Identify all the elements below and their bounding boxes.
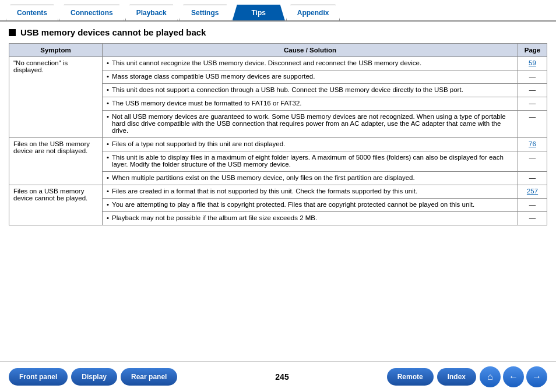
bullet-icon: • (107, 140, 109, 147)
rear-panel-button[interactable]: Rear panel (121, 368, 177, 386)
tab-settings[interactable]: Settings (179, 5, 231, 20)
cause-text: Not all USB memory devices are guarantee… (112, 113, 513, 134)
col-header-cause: Cause / Solution (103, 44, 518, 57)
table-cause-0-4: •Not all USB memory devices are guarante… (103, 111, 518, 138)
tab-contents[interactable]: Contents (6, 5, 58, 20)
home-icon-button[interactable]: ⌂ (480, 366, 501, 387)
bullet-icon: • (107, 59, 109, 66)
table-page-2-1: — (518, 199, 547, 212)
footer-right-buttons: Remote Index ⌂ ← → (387, 366, 547, 387)
section-title: USB memory devices cannot be played back (9, 27, 547, 37)
footer: Front panel Display Rear panel 245 Remot… (0, 361, 556, 392)
footer-center: 245 (275, 372, 288, 382)
table-symptom-2: Files on a USB memory device cannot be p… (9, 185, 103, 225)
cause-text: Files of a type not supported by this un… (112, 140, 285, 147)
cause-text: Mass storage class compatible USB memory… (112, 73, 315, 80)
cause-text: This unit does not support a connection … (112, 86, 463, 93)
bullet-icon: • (107, 73, 109, 80)
table-page-0-3: — (518, 97, 547, 111)
table-page-0-4: — (518, 111, 547, 138)
nav-tabs: Contents Connections Playback Settings T… (0, 0, 556, 20)
table-cause-1-0: •Files of a type not supported by this u… (103, 138, 518, 151)
table-symptom-0: "No connection" is displayed. (9, 57, 103, 138)
cause-text: Playback may not be possible if the albu… (112, 214, 317, 221)
col-header-symptom: Symptom (9, 44, 103, 57)
table-cause-1-1: •This unit is able to display files in a… (103, 151, 518, 172)
page-link[interactable]: 59 (529, 59, 536, 66)
table-cause-1-2: •When multiple partitions exist on the U… (103, 172, 518, 185)
cause-text: This unit is able to display files in a … (112, 154, 513, 168)
page-number: 245 (275, 372, 288, 382)
bullet-icon: • (107, 174, 109, 181)
table-cause-2-0: •Files are created in a format that is n… (103, 185, 518, 199)
cause-text: When multiple partitions exist on the US… (112, 174, 415, 181)
bullet-icon: • (107, 201, 109, 208)
table-page-2-0: 257 (518, 185, 547, 199)
cause-text: The USB memory device must be formatted … (112, 100, 302, 107)
section-title-text: USB memory devices cannot be played back (20, 27, 206, 37)
table-cause-0-3: •The USB memory device must be formatted… (103, 97, 518, 111)
tab-connections[interactable]: Connections (59, 5, 124, 20)
table-page-1-1: — (518, 151, 547, 172)
forward-icon-button[interactable]: → (526, 366, 547, 387)
bullet-icon: • (107, 86, 109, 93)
table-symptom-1: Files on the USB memory device are not d… (9, 138, 103, 185)
table-page-1-2: — (518, 172, 547, 185)
table-cause-0-0: •This unit cannot recognize the USB memo… (103, 57, 518, 70)
tab-tips[interactable]: Tips (233, 5, 285, 20)
table-cause-0-1: •Mass storage class compatible USB memor… (103, 70, 518, 84)
front-panel-button[interactable]: Front panel (9, 368, 68, 386)
table-page-1-0: 76 (518, 138, 547, 151)
usb-table: Symptom Cause / Solution Page "No connec… (9, 43, 547, 225)
table-page-2-2: — (518, 212, 547, 225)
page-link[interactable]: 257 (527, 188, 538, 195)
remote-button[interactable]: Remote (387, 368, 434, 386)
tab-appendix[interactable]: Appendix (286, 5, 340, 20)
table-page-0-1: — (518, 70, 547, 84)
table-cause-0-2: •This unit does not support a connection… (103, 84, 518, 97)
back-icon-button[interactable]: ← (503, 366, 524, 387)
col-header-page: Page (518, 44, 547, 57)
table-cause-2-1: •You are attempting to play a file that … (103, 199, 518, 212)
bullet-icon: • (107, 154, 109, 168)
cause-text: You are attempting to play a file that i… (112, 201, 474, 208)
table-page-0-2: — (518, 84, 547, 97)
page-link[interactable]: 76 (529, 140, 536, 147)
cause-text: This unit cannot recognize the USB memor… (112, 59, 421, 66)
bullet-icon: • (107, 188, 109, 195)
bullet-icon: • (107, 214, 109, 221)
main-content: USB memory devices cannot be played back… (0, 20, 556, 361)
bullet-icon: • (107, 113, 109, 134)
section-title-icon (9, 29, 16, 36)
table-page-0-0: 59 (518, 57, 547, 70)
index-button[interactable]: Index (437, 368, 476, 386)
footer-icon-buttons: ⌂ ← → (480, 366, 547, 387)
footer-left-buttons: Front panel Display Rear panel (9, 368, 177, 386)
table-cause-2-2: •Playback may not be possible if the alb… (103, 212, 518, 225)
display-button[interactable]: Display (71, 368, 117, 386)
tab-playback[interactable]: Playback (125, 5, 178, 20)
bullet-icon: • (107, 100, 109, 107)
cause-text: Files are created in a format that is no… (112, 188, 417, 195)
